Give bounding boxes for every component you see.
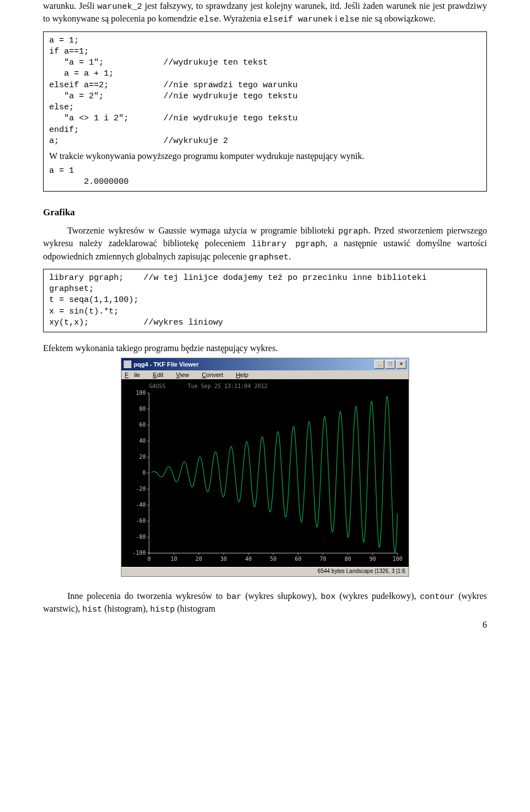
x-tick-label: 0 [147,556,151,562]
y-tick-label: 0 [142,470,146,476]
x-tick-label: 20 [195,556,202,562]
code-inline: elseif warunek [263,15,333,24]
y-tick-label: -100 [132,550,146,556]
text: i [333,14,340,23]
minimize-button[interactable]: _ [374,360,384,369]
code-inline: hist [82,605,102,614]
menu-convert[interactable]: Convert [202,371,229,378]
code-line: x = sin(t).*t; [49,307,119,316]
code-inline: box [321,592,336,602]
plot-area: GAUSS Tue Sep 25 13:11:04 2012 100806040… [121,379,409,567]
x-tick-label: 100 [393,556,402,562]
y-tick-label: 80 [139,406,146,412]
text: (wykres słupkowy), [241,591,321,601]
menubar: File Edit View Convert Help [121,370,409,379]
code-inline: bar [226,592,241,602]
code-line: a = a + 1; [49,69,114,78]
menu-label: elp [240,371,248,378]
paragraph-efekt: Efektem wykonania takiego programu będzi… [43,342,487,354]
paragraph-grafika: Tworzenie wykresów w Gaussie wymaga użyc… [43,225,487,263]
y-tick-label: 20 [139,454,146,460]
code-line: xy(t,x); //wykres liniowy [49,318,223,327]
chart-header-left: GAUSS [149,383,166,389]
x-tick-label: 60 [295,556,301,562]
y-tick-label: 60 [139,422,146,428]
text: (histogram [175,604,215,613]
y-tick-label: -20 [136,486,146,492]
y-tick-label: 40 [139,438,146,444]
y-tick-label: 100 [136,390,146,396]
code-block-plot: library pgraph; //w tej linijce dodajemy… [43,269,487,332]
code-line: if a==1; [49,47,89,56]
x-tick-label: 40 [245,556,252,562]
code-line: "a = 2"; //nie wydrukuje tego tekstu [49,92,298,101]
x-tick-label: 10 [171,556,177,562]
text: . [289,252,291,261]
y-tick-label: -40 [136,502,146,508]
code-inline: graphset [249,253,289,262]
x-tick-label: 50 [270,556,277,562]
window-title: pqg4 - TKF File Viewer [134,361,373,368]
code-line: "a <> 1 i 2"; //nie wydrukuje tego tekst… [49,114,298,123]
code-inline: else [199,15,219,24]
text: (histogram), [102,604,150,613]
tkf-viewer-window: pqg4 - TKF File Viewer _ □ × File Edit V… [121,358,409,577]
menu-label: ile [134,371,140,378]
code-inline: contour [420,592,455,602]
menu-help[interactable]: Help [236,371,254,378]
status-bar: 6544 bytes Landscape |1326, 3 |1:6 [121,567,409,576]
code-line: graphset; [49,284,94,294]
chart-svg: GAUSS Tue Sep 25 13:11:04 2012 100806040… [121,379,409,567]
x-tick-label: 90 [369,556,376,562]
chart-header-right: Tue Sep 25 13:11:04 2012 [188,383,268,389]
code-line: "a = 1"; //wydrukuje ten tekst [49,58,268,67]
code-block-ifelse: a = 1; if a==1; "a = 1"; //wydrukuje ten… [43,31,487,192]
text: (wykres pudełkowy), [336,591,420,601]
code-line: t = seqa(1,1,100); [49,295,139,305]
code-line: library pgraph; //w tej linijce dodajemy… [49,273,427,283]
app-icon [124,360,131,368]
paragraph-inne: Inne polecenia do tworzenia wykresów to … [43,590,487,616]
heading-grafika: Grafika [43,207,487,218]
paragraph-intro: warunku. Jeśli warunek_2 jest fałszywy, … [43,0,487,26]
maximize-button[interactable]: □ [385,360,395,369]
menu-label: dit [157,371,163,378]
code-inline: library pgraph [252,240,325,249]
menu-edit[interactable]: Edit [153,371,169,378]
text: warunku. Jeśli [43,1,97,10]
explanation-text: W trakcie wykonywania powyższego program… [49,150,481,162]
x-tick-label: 70 [320,556,326,562]
page-number: 6 [43,620,487,630]
menu-view[interactable]: View [176,371,195,378]
text: Tworzenie wykresów w Gaussie wymaga użyc… [67,226,338,235]
code-line: a = 1; [49,36,79,45]
code-inline: warunek_2 [97,2,142,12]
code-line: a; //wykrukuje 2 [49,136,228,146]
code-line: elseif a==2; //nie sprawdzi tego warunku [49,81,298,90]
text: Inne polecenia do tworzenia wykresów to [67,591,226,601]
code-inline: else [340,15,359,24]
close-button[interactable]: × [396,360,406,369]
code-inline: pgraph [338,227,368,236]
output-line: 2.0000000 [49,177,129,187]
menu-label: onvert [206,371,224,378]
x-tick-label: 30 [220,556,227,562]
y-tick-label: -60 [136,518,146,524]
menu-label: iew [180,371,189,378]
menu-file[interactable]: File [125,371,146,378]
text: nie są obowiązkowe. [359,14,436,23]
code-line: endif; [49,125,79,135]
output-line: a = 1 [49,166,74,176]
code-line: else; [49,103,74,112]
code-inline: histp [150,605,175,614]
y-tick-label: -80 [136,534,146,540]
text: . Wyrażenia [219,14,263,23]
x-tick-label: 80 [344,556,351,562]
window-titlebar: pqg4 - TKF File Viewer _ □ × [121,358,409,370]
